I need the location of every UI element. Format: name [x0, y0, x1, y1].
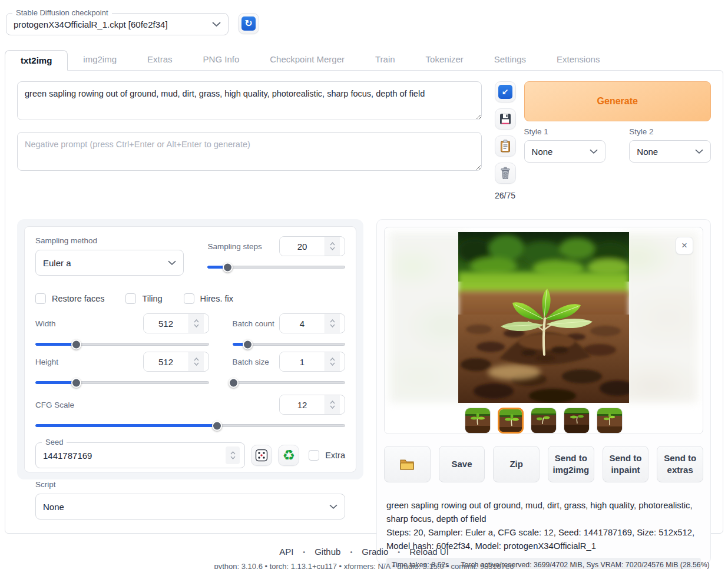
- send-to-inpaint-button[interactable]: Send to inpaint: [603, 446, 649, 482]
- tiling-checkbox[interactable]: Tiling: [125, 293, 162, 304]
- tab-checkpoint-merger[interactable]: Checkpoint Merger: [254, 49, 360, 70]
- batch-count-label: Batch count: [233, 319, 274, 328]
- hires-fix-checkbox[interactable]: Hires. fix: [184, 293, 233, 304]
- footer-link-reload-ui[interactable]: Reload UI: [409, 547, 449, 557]
- sampling-steps-slider[interactable]: [207, 266, 345, 269]
- gallery-right-fade: [623, 232, 698, 403]
- extra-seed-label: Extra: [325, 451, 345, 460]
- chevron-down-icon: [212, 22, 221, 27]
- generated-image[interactable]: [458, 232, 629, 403]
- footer-link-api[interactable]: API: [279, 547, 293, 557]
- gallery-thumbnail-2[interactable]: [498, 408, 524, 434]
- tab-settings[interactable]: Settings: [479, 49, 541, 70]
- trash-icon: [499, 167, 512, 180]
- dice-icon: [255, 449, 268, 462]
- number-spinner[interactable]: [188, 352, 204, 371]
- gallery-thumbnail-5[interactable]: [597, 408, 623, 434]
- tab-tokenizer[interactable]: Tokenizer: [411, 49, 479, 70]
- tab-img2img[interactable]: img2img: [68, 49, 132, 70]
- reuse-seed-button[interactable]: ♻: [278, 445, 299, 466]
- script-dropdown[interactable]: None: [35, 494, 345, 520]
- height-input[interactable]: [144, 352, 188, 371]
- tab-extensions[interactable]: Extensions: [541, 49, 615, 70]
- chevron-down-icon: [168, 260, 176, 266]
- refresh-checkpoint-button[interactable]: ↻: [238, 13, 259, 34]
- slider-handle[interactable]: [212, 421, 222, 431]
- width-slider[interactable]: [35, 343, 209, 346]
- number-spinner[interactable]: [325, 352, 340, 371]
- bullet-separator: •: [350, 548, 352, 555]
- hires-fix-label: Hires. fix: [200, 294, 233, 303]
- extra-seed-checkbox[interactable]: Extra: [309, 450, 345, 461]
- zip-button[interactable]: Zip: [493, 446, 540, 482]
- footer-link-gradio[interactable]: Gradio: [362, 547, 388, 557]
- slider-handle[interactable]: [243, 339, 253, 349]
- script-value: None: [43, 502, 329, 512]
- generate-button[interactable]: Generate: [524, 81, 711, 121]
- sd-webui-app: Stable Diffusion checkpoint protogenX34O…: [0, 0, 728, 569]
- sampling-method-dropdown[interactable]: Euler a: [35, 250, 184, 276]
- cfg-scale-input[interactable]: [280, 395, 325, 414]
- save-button[interactable]: Save: [439, 446, 485, 482]
- number-spinner[interactable]: [188, 314, 204, 333]
- slider-handle[interactable]: [71, 339, 81, 349]
- seed-input[interactable]: [43, 451, 226, 461]
- send-to-extras-button[interactable]: Send to extras: [657, 446, 703, 482]
- tab-train[interactable]: Train: [360, 49, 411, 70]
- number-spinner[interactable]: [325, 314, 340, 333]
- paste-generation-params-button[interactable]: ↙: [495, 81, 516, 102]
- open-folder-button[interactable]: [384, 446, 431, 482]
- sampling-steps-input[interactable]: [280, 237, 325, 256]
- chevron-down-icon: [329, 504, 337, 510]
- close-gallery-button[interactable]: ×: [676, 237, 693, 254]
- number-spinner[interactable]: [325, 395, 340, 414]
- batch-count-input[interactable]: [280, 314, 325, 333]
- style1-dropdown[interactable]: None: [524, 140, 606, 163]
- style2-dropdown[interactable]: None: [629, 140, 711, 163]
- checkbox-icon: [35, 293, 46, 304]
- number-spinner[interactable]: [325, 237, 340, 256]
- tab-extras[interactable]: Extras: [132, 49, 188, 70]
- slider-handle[interactable]: [223, 262, 233, 272]
- sampling-method-label: Sampling method: [35, 236, 184, 245]
- tiling-label: Tiling: [142, 294, 162, 303]
- refresh-icon: ↻: [241, 16, 256, 31]
- bullet-separator: •: [303, 548, 305, 555]
- gallery-thumbnail-4[interactable]: [564, 408, 590, 434]
- checkbox-icon: [184, 293, 194, 304]
- slider-handle[interactable]: [71, 378, 81, 388]
- tab-txt2img[interactable]: txt2img: [5, 50, 68, 71]
- clear-prompt-button[interactable]: [495, 163, 516, 184]
- folder-icon: [399, 458, 415, 471]
- number-spinner[interactable]: [226, 446, 240, 464]
- height-slider[interactable]: [35, 381, 209, 384]
- output-panel: ×: [376, 219, 711, 564]
- batch-size-input[interactable]: [280, 352, 325, 371]
- width-input[interactable]: [144, 314, 188, 333]
- footer-link-github[interactable]: Github: [315, 547, 340, 557]
- gallery-thumbnail-1[interactable]: [465, 408, 491, 434]
- cfg-scale-slider[interactable]: [35, 424, 345, 427]
- output-prompt-text: green sapling rowing out of ground, mud,…: [386, 499, 701, 526]
- txt2img-panel: green sapling rowing out of ground, mud,…: [5, 70, 723, 534]
- prompt-input[interactable]: green sapling rowing out of ground, mud,…: [17, 81, 482, 120]
- batch-count-slider[interactable]: [233, 343, 345, 346]
- tab-png-info[interactable]: PNG Info: [188, 49, 255, 70]
- paste-arrow-icon: ↙: [498, 85, 512, 99]
- seed-label: Seed: [42, 438, 67, 446]
- result-gallery: ×: [384, 227, 703, 434]
- batch-size-slider[interactable]: [233, 381, 345, 384]
- main-tabs: txt2img img2img Extras PNG Info Checkpoi…: [5, 49, 723, 70]
- send-to-img2img-button[interactable]: Send to img2img: [548, 446, 594, 482]
- slider-handle[interactable]: [229, 378, 239, 388]
- script-label: Script: [35, 480, 345, 489]
- restore-faces-checkbox[interactable]: Restore faces: [35, 293, 104, 304]
- save-style-button[interactable]: [495, 108, 516, 130]
- random-seed-button[interactable]: [251, 445, 272, 466]
- negative-prompt-input[interactable]: [17, 132, 482, 171]
- apply-style-button[interactable]: [495, 135, 516, 157]
- checkbox-icon: [309, 450, 319, 461]
- checkbox-icon: [125, 293, 136, 304]
- gallery-thumbnail-3[interactable]: [531, 408, 557, 434]
- checkpoint-dropdown[interactable]: Stable Diffusion checkpoint protogenX34O…: [6, 13, 229, 35]
